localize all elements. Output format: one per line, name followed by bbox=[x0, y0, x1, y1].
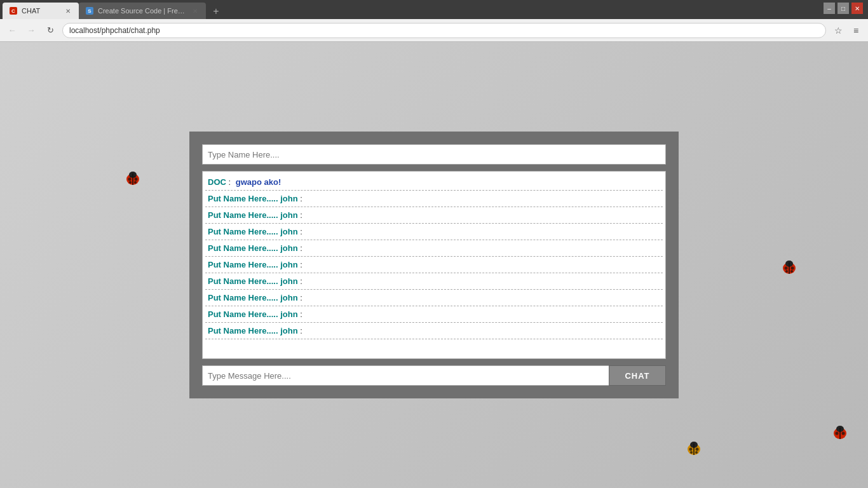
close-button[interactable]: ✕ bbox=[851, 3, 863, 14]
tab-chat-icon: C bbox=[9, 6, 18, 15]
messages-wrapper: DOC : gwapo ako! Put Name Here..... john… bbox=[202, 171, 666, 359]
svg-point-33 bbox=[690, 442, 698, 448]
svg-point-9 bbox=[129, 181, 132, 184]
msg-colon-2: : bbox=[300, 260, 302, 269]
tab-chat-close[interactable]: ✕ bbox=[64, 6, 72, 15]
msg-colon-2: : bbox=[300, 326, 302, 336]
svg-point-21 bbox=[785, 261, 793, 267]
sender-label: Put Name Here..... bbox=[208, 194, 278, 203]
sender-label-2: john bbox=[280, 194, 297, 203]
svg-point-7 bbox=[128, 178, 132, 181]
sender-label-2: john bbox=[280, 227, 297, 236]
sender-label-2: john bbox=[280, 276, 297, 286]
svg-point-23 bbox=[785, 267, 788, 270]
tab-chat-label: CHAT bbox=[22, 7, 60, 15]
sender-label: Put Name Here..... bbox=[208, 210, 278, 220]
svg-point-35 bbox=[689, 448, 693, 451]
sender-label: Put Name Here..... bbox=[208, 326, 278, 336]
ladybug-4 bbox=[831, 423, 849, 441]
svg-point-31 bbox=[842, 432, 845, 435]
msg-colon-2: : bbox=[300, 194, 302, 203]
tab-sourcecode[interactable]: S Create Source Code | Free... ✕ bbox=[79, 3, 206, 19]
msg-colon-2: : bbox=[300, 276, 302, 286]
tab-bar: C CHAT ✕ S Create Source Code | Free... … bbox=[3, 0, 224, 19]
new-tab-button[interactable]: + bbox=[208, 4, 224, 19]
svg-point-30 bbox=[836, 432, 839, 435]
msg-colon-2: : bbox=[300, 293, 302, 302]
svg-text:S: S bbox=[88, 8, 92, 14]
ladybug-5 bbox=[685, 439, 703, 457]
msg-text: gwapo ako! bbox=[236, 177, 281, 187]
svg-point-37 bbox=[690, 451, 693, 454]
svg-point-12 bbox=[134, 176, 136, 178]
sender-label: Put Name Here..... bbox=[208, 293, 278, 302]
refresh-button[interactable]: ↻ bbox=[43, 24, 57, 37]
sender-label: Put Name Here..... bbox=[208, 260, 278, 269]
chat-messages[interactable]: DOC : gwapo ako! Put Name Here..... john… bbox=[203, 172, 665, 358]
svg-point-5 bbox=[129, 172, 137, 178]
message-row: Put Name Here..... john : bbox=[205, 207, 663, 224]
svg-point-8 bbox=[135, 178, 138, 181]
svg-point-24 bbox=[791, 267, 794, 270]
ladybug-3 bbox=[780, 258, 798, 276]
chat-input-row: CHAT bbox=[202, 365, 666, 386]
back-button[interactable]: ← bbox=[5, 24, 19, 37]
message-row: Put Name Here..... john : bbox=[205, 323, 663, 339]
toolbar-right: ☆ ≡ bbox=[831, 24, 863, 37]
sender-label-2: john bbox=[280, 243, 297, 253]
page-content: DOC : gwapo ako! Put Name Here..... john… bbox=[0, 42, 868, 488]
tab-sourcecode-close[interactable]: ✕ bbox=[191, 6, 200, 15]
svg-point-36 bbox=[696, 448, 699, 451]
address-bar: ← → ↻ localhost/phpchat/chat.php ☆ ≡ bbox=[0, 19, 868, 42]
sender-label-2: john bbox=[280, 309, 297, 319]
minimize-button[interactable]: – bbox=[824, 3, 835, 14]
message-row: Put Name Here..... john : bbox=[205, 306, 663, 323]
bookmark-icon[interactable]: ☆ bbox=[831, 24, 845, 37]
msg-colon-2: : bbox=[300, 210, 302, 220]
menu-icon[interactable]: ≡ bbox=[849, 24, 863, 37]
message-row: Put Name Here..... john : bbox=[205, 224, 663, 240]
forward-button[interactable]: → bbox=[24, 24, 38, 37]
message-row: Put Name Here..... john : bbox=[205, 273, 663, 290]
msg-colon-2: : bbox=[300, 309, 302, 319]
sender-label: Put Name Here..... bbox=[208, 309, 278, 319]
sender-label: DOC bbox=[208, 177, 226, 187]
svg-point-38 bbox=[695, 451, 698, 454]
message-row: Put Name Here..... john : bbox=[205, 240, 663, 257]
tab-sourcecode-icon: S bbox=[85, 6, 94, 15]
chat-container: DOC : gwapo ako! Put Name Here..... john… bbox=[189, 132, 679, 398]
svg-point-10 bbox=[134, 181, 137, 184]
url-bar[interactable]: localhost/phpchat/chat.php bbox=[62, 23, 826, 38]
svg-point-28 bbox=[836, 426, 844, 432]
sender-label-2: john bbox=[280, 210, 297, 220]
name-input[interactable] bbox=[202, 144, 666, 165]
svg-point-26 bbox=[790, 270, 793, 273]
sender-label-2: john bbox=[280, 326, 297, 336]
svg-point-25 bbox=[785, 270, 788, 273]
tab-chat[interactable]: C CHAT ✕ bbox=[3, 3, 79, 19]
maximize-button[interactable]: □ bbox=[837, 3, 849, 14]
tab-sourcecode-label: Create Source Code | Free... bbox=[98, 7, 187, 15]
svg-point-11 bbox=[130, 176, 132, 178]
browser-titlebar: C CHAT ✕ S Create Source Code | Free... … bbox=[0, 0, 868, 19]
msg-colon-2: : bbox=[300, 243, 302, 253]
message-row: Put Name Here..... john : bbox=[205, 290, 663, 306]
svg-point-32 bbox=[688, 444, 700, 455]
svg-point-4 bbox=[126, 173, 139, 185]
url-text: localhost/phpchat/chat.php bbox=[69, 26, 160, 35]
sender-label: Put Name Here..... bbox=[208, 243, 278, 253]
msg-colon-2: : bbox=[300, 227, 302, 236]
msg-colon: : bbox=[229, 177, 233, 187]
svg-text:C: C bbox=[11, 8, 15, 14]
sender-label: Put Name Here..... bbox=[208, 276, 278, 286]
ladybug-1 bbox=[124, 169, 142, 187]
chat-button[interactable]: CHAT bbox=[609, 365, 666, 386]
message-row: Put Name Here..... john : bbox=[205, 191, 663, 207]
svg-point-20 bbox=[783, 262, 796, 274]
svg-point-27 bbox=[834, 428, 846, 439]
message-input[interactable] bbox=[202, 365, 609, 386]
sender-label-2: john bbox=[280, 260, 297, 269]
message-row: Put Name Here..... john : bbox=[205, 257, 663, 273]
window-controls: – □ ✕ bbox=[824, 3, 863, 14]
message-row: DOC : gwapo ako! bbox=[205, 174, 663, 191]
